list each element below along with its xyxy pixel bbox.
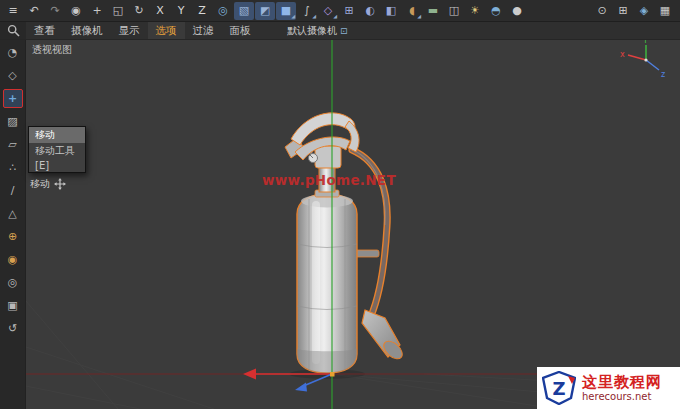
z-axis-lock-button[interactable]: Z: [192, 2, 212, 20]
active-camera-label[interactable]: 默认摄像机 ⊡: [287, 24, 348, 38]
tooltip-title: 移动: [29, 127, 85, 143]
history-icon[interactable]: ↺: [3, 319, 23, 338]
menu-options[interactable]: 选项: [148, 22, 185, 39]
redo-icon[interactable]: ↷: [45, 2, 65, 20]
camera-object-icon[interactable]: ◫: [444, 2, 464, 20]
boole-generator-icon[interactable]: ◐: [360, 2, 380, 20]
quantize-icon[interactable]: ◈: [634, 2, 654, 20]
subdivision-surface-icon[interactable]: ◇ ◢: [318, 2, 338, 20]
axis-origin: [330, 372, 335, 377]
undo-icon[interactable]: ↶: [24, 2, 44, 20]
move-tool-icon[interactable]: +: [3, 89, 23, 108]
gizmo-x-label: x: [620, 50, 625, 59]
layout-icon[interactable]: ▦: [655, 2, 675, 20]
texture-mode-icon[interactable]: ▨: [3, 112, 23, 131]
axis-x-arrow[interactable]: [243, 369, 256, 380]
cinema4d-window: ≡ ↶ ↷ ◉ +: [0, 0, 680, 409]
convert-object-icon[interactable]: ◔: [3, 43, 23, 62]
coordinate-system-icon[interactable]: ◎: [213, 2, 233, 20]
symmetry-generator-icon[interactable]: ◧: [381, 2, 401, 20]
array-generator-icon[interactable]: ⊞: [339, 2, 359, 20]
edges-mode-icon[interactable]: ∕: [3, 181, 23, 200]
site-logo-shield-icon: Z: [542, 371, 576, 405]
top-toolbar-right-icons: ⊙ ⊞ ◈ ▦: [592, 2, 677, 20]
move-tool-icon[interactable]: +: [87, 2, 107, 20]
light-object-icon[interactable]: ☀: [465, 2, 485, 20]
gizmo-y-label: Y: [642, 40, 648, 45]
live-selection-icon[interactable]: ◉: [66, 2, 86, 20]
rotate-tool-icon[interactable]: ↻: [129, 2, 149, 20]
top-toolbar: ≡ ↶ ↷ ◉ +: [0, 0, 680, 22]
axis-gizmo[interactable]: Y x z: [620, 40, 665, 79]
viewport-solo-icon[interactable]: ◎: [3, 273, 23, 292]
gizmo-z-label: z: [661, 70, 665, 79]
grid-toggle-icon[interactable]: ⊞: [613, 2, 633, 20]
render-settings-icon[interactable]: ◩: [255, 2, 275, 20]
main-menu-icon[interactable]: ≡: [3, 2, 23, 20]
left-toolbar: ◔ ◇ + ▨ ▱ ∴ ∕ △ ⊕ ◉ ◎ ▣: [0, 40, 26, 409]
site-title: 这里教程网: [582, 374, 662, 391]
fire-extinguisher-model[interactable]: [285, 113, 406, 373]
menu-filter[interactable]: 过滤: [185, 22, 222, 39]
material-icon[interactable]: ●: [507, 2, 527, 20]
bend-deformer-icon[interactable]: ◖ ◢: [402, 2, 422, 20]
move-cursor-hint: 移动: [30, 177, 66, 191]
top-toolbar-icons: ≡ ↶ ↷ ◉ +: [3, 2, 527, 20]
scale-tool-icon[interactable]: ◱: [108, 2, 128, 20]
site-logo-letter: Z: [552, 378, 565, 399]
camera-link-icon: ⊡: [340, 24, 348, 38]
points-mode-icon[interactable]: ∴: [3, 158, 23, 177]
floor-object-icon[interactable]: ▬: [423, 2, 443, 20]
menu-panel[interactable]: 面板: [222, 22, 259, 39]
site-badge: Z 这里教程网 herecours.net: [537, 367, 680, 409]
add-cube-icon[interactable]: ■ ◢: [276, 2, 296, 20]
extinguisher-tank[interactable]: [297, 194, 357, 373]
menu-cameras[interactable]: 摄像机: [63, 22, 111, 39]
move-tool-tooltip: 移动 移动工具 [E]: [28, 126, 86, 173]
magnifier-icon: [7, 24, 20, 37]
snap-settings-icon[interactable]: ◉: [3, 250, 23, 269]
phome-watermark: www.pHome.NET: [262, 172, 396, 188]
search-button[interactable]: [0, 22, 26, 39]
tooltip-shortcut: [E]: [29, 159, 85, 172]
render-view-icon[interactable]: ▧: [234, 2, 254, 20]
tooltip-subtitle: 移动工具: [29, 143, 85, 159]
add-spline-icon[interactable]: ∫ ◢: [297, 2, 317, 20]
workplane-mode-icon[interactable]: ▱: [3, 135, 23, 154]
menu-display[interactable]: 显示: [111, 22, 148, 39]
snap-toggle-icon[interactable]: ⊙: [592, 2, 612, 20]
move-hint-label: 移动: [30, 177, 50, 191]
viewport-menu-bar: 查看 摄像机 显示 选项 过滤 面板: [26, 22, 259, 39]
polygons-mode-icon[interactable]: △: [3, 204, 23, 223]
axis-z-arrow[interactable]: [295, 383, 307, 392]
menu-view[interactable]: 查看: [26, 22, 63, 39]
scene-canvas[interactable]: Y x z: [26, 40, 680, 409]
lock-icon[interactable]: ▣: [3, 296, 23, 315]
sky-object-icon[interactable]: ◓: [486, 2, 506, 20]
model-mode-icon[interactable]: ◇: [3, 66, 23, 85]
move-cross-icon: [54, 178, 66, 190]
site-domain: herecours.net: [582, 391, 662, 402]
enable-axis-icon[interactable]: ⊕: [3, 227, 23, 246]
x-axis-lock-button[interactable]: X: [150, 2, 170, 20]
extinguisher-horn[interactable]: [362, 310, 406, 362]
viewport-menu-row: 查看 摄像机 显示 选项 过滤 面板 默认摄像机 ⊡: [0, 22, 680, 40]
y-axis-lock-button[interactable]: Y: [171, 2, 191, 20]
